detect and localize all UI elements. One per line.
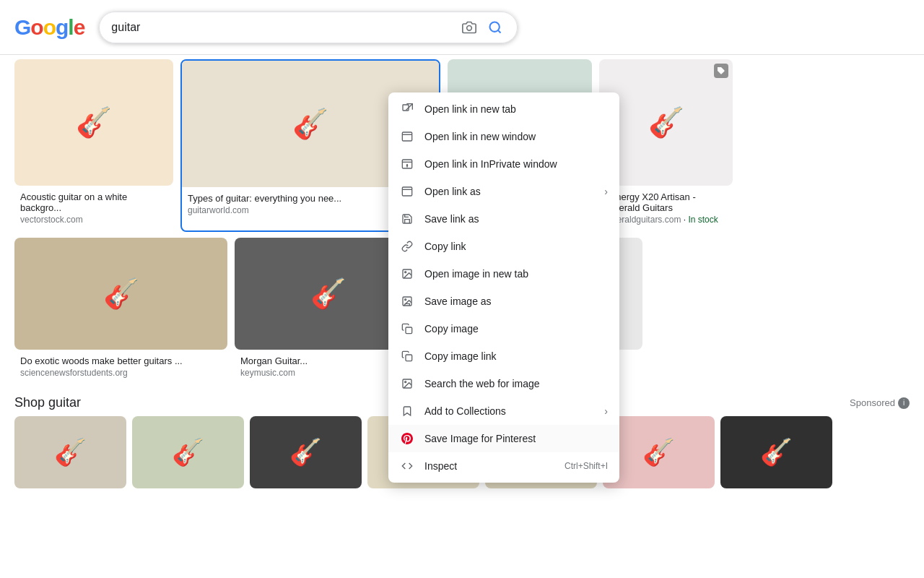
menu-item-save-link-as[interactable]: Save link as	[388, 205, 619, 233]
save-image-icon	[400, 294, 414, 309]
menu-label-open-inprivate: Open link in InPrivate window	[424, 158, 608, 170]
image-tab-icon	[400, 267, 414, 281]
menu-label-save-pinterest: Save Image for Pinterest	[424, 433, 608, 444]
svg-rect-6	[402, 132, 411, 141]
card-source-1: vectorstock.com	[16, 215, 172, 229]
shop-item-2[interactable]: 🎸	[132, 416, 244, 488]
inspect-icon	[400, 459, 414, 473]
menu-label-open-new-tab: Open link in new tab	[424, 103, 608, 115]
svg-rect-4	[403, 105, 409, 111]
svg-point-0	[467, 25, 472, 30]
menu-item-open-new-window[interactable]: Open link in new window	[388, 123, 619, 150]
svg-line-2	[498, 30, 501, 33]
menu-item-copy-image-link[interactable]: Copy image link	[388, 342, 619, 370]
svg-point-19	[405, 381, 406, 383]
external-link-icon	[400, 102, 414, 116]
menu-label-add-collections: Add to Collections	[424, 405, 604, 417]
info-icon[interactable]: i	[898, 397, 910, 409]
context-menu: Open link in new tab Open link in new wi…	[388, 92, 619, 483]
svg-rect-10	[402, 187, 411, 196]
menu-label-search-web-image: Search the web for image	[424, 378, 608, 389]
menu-item-copy-image[interactable]: Copy image	[388, 315, 619, 342]
collections-icon	[400, 404, 414, 418]
menu-label-open-new-window: Open link in new window	[424, 131, 608, 142]
search-button[interactable]	[485, 17, 505, 38]
google-logo: G o o g l e	[14, 15, 84, 40]
window-icon	[400, 129, 414, 144]
menu-item-search-web-image[interactable]: Search the web for image	[388, 370, 619, 397]
menu-label-open-link-as: Open link as	[424, 186, 604, 197]
search-bar: guitar	[99, 12, 518, 43]
copy-image-link-icon	[400, 349, 414, 363]
svg-rect-17	[406, 355, 412, 361]
menu-item-save-image-as[interactable]: Save image as	[388, 288, 619, 315]
svg-point-1	[490, 22, 500, 31]
menu-label-copy-image-link: Copy image link	[424, 350, 608, 362]
menu-item-open-link-as[interactable]: Open link as ›	[388, 178, 619, 205]
svg-point-13	[405, 272, 406, 273]
shop-title: Shop guitar	[14, 395, 81, 410]
copy-image-icon	[400, 322, 414, 336]
copy-link-icon	[400, 239, 414, 254]
tag-icon	[714, 64, 728, 78]
menu-label-copy-link: Copy link	[424, 241, 608, 252]
menu-label-save-image-as: Save image as	[424, 296, 608, 307]
sponsored-label: Sponsored	[850, 397, 895, 408]
header: G o o g l e guitar	[0, 0, 924, 55]
menu-item-add-collections[interactable]: Add to Collections ›	[388, 397, 619, 425]
chevron-right-icon: ›	[604, 186, 608, 197]
shop-item-3[interactable]: 🎸	[250, 416, 362, 488]
search-image-icon	[400, 376, 414, 391]
card-info-1: Acoustic guitar on a white backgro... ve…	[14, 186, 173, 232]
menu-item-inspect[interactable]: Inspect Ctrl+Shift+I	[388, 452, 619, 480]
inspect-shortcut: Ctrl+Shift+I	[565, 461, 608, 471]
pinterest-icon	[400, 431, 414, 446]
menu-item-copy-link[interactable]: Copy link	[388, 233, 619, 260]
svg-point-15	[405, 299, 406, 301]
card-title-1: Acoustic guitar on a white backgro...	[16, 189, 172, 215]
menu-item-save-pinterest[interactable]: Save Image for Pinterest	[388, 425, 619, 452]
menu-item-open-inprivate[interactable]: Open link in InPrivate window	[388, 150, 619, 178]
card-info-5: Do exotic woods make better guitars ... …	[14, 350, 227, 385]
menu-item-open-new-tab[interactable]: Open link in new tab	[388, 95, 619, 123]
image-card-1[interactable]: 🎸 Acoustic guitar on a white backgro... …	[14, 59, 173, 232]
inprivate-icon	[400, 157, 414, 171]
camera-search-button[interactable]	[459, 17, 479, 38]
sponsored-badge: Sponsored i	[850, 397, 910, 409]
menu-item-open-image-new-tab[interactable]: Open image in new tab	[388, 260, 619, 288]
chevron-right-collections-icon: ›	[604, 405, 608, 417]
shop-item-1[interactable]: 🎸	[14, 416, 126, 488]
link-as-icon	[400, 184, 414, 199]
card-title-4: Synergy X20 Artisan - Emerald Guitars	[601, 189, 731, 215]
search-input[interactable]: guitar	[111, 21, 459, 34]
menu-label-inspect: Inspect	[424, 460, 565, 472]
menu-label-open-image-new-tab: Open image in new tab	[424, 268, 608, 280]
image-card-5[interactable]: 🎸 Do exotic woods make better guitars ..…	[14, 238, 227, 385]
shop-item-6[interactable]: 🎸	[603, 416, 715, 488]
save-link-icon	[400, 212, 414, 226]
menu-label-save-link-as: Save link as	[424, 213, 608, 225]
shop-item-7[interactable]: 🎸	[720, 416, 832, 488]
menu-label-copy-image: Copy image	[424, 323, 608, 335]
card-source-5: sciencenewsforstudents.org	[16, 368, 226, 382]
card-title-5: Do exotic woods make better guitars ...	[16, 353, 226, 368]
card-source-4: emeraldguitars.com · In stock	[601, 215, 731, 229]
svg-rect-16	[406, 327, 412, 334]
